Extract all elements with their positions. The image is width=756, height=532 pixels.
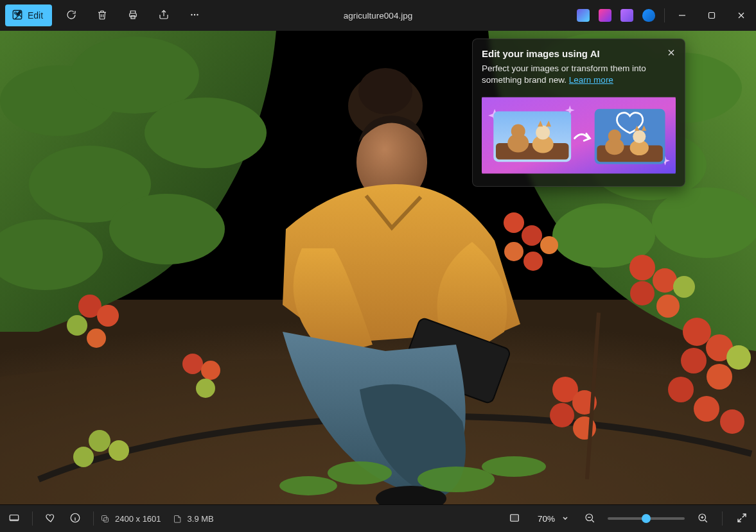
svg-point-40 [673, 276, 695, 298]
svg-point-23 [67, 315, 87, 336]
svg-point-63 [279, 476, 337, 495]
zoom-out-button[interactable] [578, 507, 601, 530]
ai-edit-promo-flyout: Edit your images using AI Perfect your i… [472, 39, 685, 187]
svg-point-30 [73, 447, 94, 467]
clipchamp-app-icon[interactable] [599, 9, 611, 22]
filesize-value: 3.9 MB [188, 514, 214, 524]
fullscreen-icon [736, 512, 748, 526]
close-icon [667, 49, 676, 59]
print-icon [127, 9, 139, 22]
zoom-in-button[interactable] [691, 507, 714, 530]
svg-point-25 [182, 354, 203, 374]
svg-point-60 [328, 461, 392, 485]
rotate-button[interactable] [60, 4, 83, 27]
more-menu-button[interactable] [183, 4, 206, 27]
svg-point-36 [629, 255, 655, 280]
svg-rect-3 [131, 15, 135, 19]
filmstrip-toggle-button[interactable] [3, 507, 26, 530]
onedrive-app-icon[interactable] [642, 9, 655, 22]
svg-point-80 [633, 130, 646, 143]
zoom-out-icon [584, 512, 595, 526]
svg-point-27 [196, 379, 215, 398]
dimensions-readout: 2400 x 1601 [100, 514, 161, 524]
delete-button[interactable] [91, 4, 114, 27]
titlebar-right [577, 0, 756, 31]
svg-point-1 [15, 12, 17, 13]
dimensions-value: 2400 x 1601 [115, 514, 161, 524]
svg-point-45 [726, 345, 751, 370]
svg-point-62 [482, 456, 546, 477]
image-viewport[interactable]: Edit your images using AI Perfect your i… [0, 31, 756, 504]
svg-point-72 [511, 124, 525, 139]
zoom-in-icon [697, 512, 708, 526]
app-launcher-strip [577, 9, 660, 22]
svg-rect-84 [104, 517, 109, 522]
svg-point-11 [145, 98, 267, 168]
divider [664, 8, 665, 22]
info-icon [69, 512, 81, 526]
photos-app-icon[interactable] [577, 9, 590, 22]
svg-point-41 [683, 318, 711, 346]
svg-rect-2 [130, 13, 137, 16]
filmstrip-icon [8, 512, 20, 526]
flyout-body: Perfect your images or transform them in… [473, 63, 685, 94]
svg-point-31 [504, 212, 524, 233]
svg-point-19 [652, 187, 756, 258]
svg-point-47 [694, 396, 719, 422]
flyout-learn-more-link[interactable]: Learn more [569, 75, 613, 85]
status-bar: 2400 x 1601 3.9 MB [0, 504, 756, 532]
svg-point-34 [523, 252, 543, 271]
zoom-slider[interactable] [608, 517, 685, 520]
chevron-down-icon [561, 514, 569, 524]
divider [722, 511, 723, 526]
window-maximize-button[interactable] [697, 0, 726, 31]
heart-icon [45, 512, 57, 526]
divider [32, 511, 33, 526]
flyout-body-text: Perfect your images or transform them in… [482, 64, 646, 85]
svg-point-35 [540, 236, 558, 254]
svg-point-46 [668, 377, 694, 402]
edit-button[interactable]: Edit [5, 4, 52, 26]
status-right: 70% [503, 507, 756, 530]
svg-rect-7 [709, 13, 715, 19]
ellipsis-icon [189, 9, 200, 22]
share-icon [158, 9, 170, 22]
window-close-button[interactable] [726, 0, 756, 31]
titlebar: Edit [0, 0, 756, 31]
svg-point-22 [97, 305, 119, 327]
rotate-icon [66, 9, 77, 22]
print-button[interactable] [121, 4, 145, 27]
zoom-level-value: 70% [538, 514, 555, 524]
edit-button-label: Edit [28, 10, 43, 21]
file-info-button[interactable] [64, 507, 87, 530]
svg-point-29 [109, 440, 129, 461]
status-left: 2400 x 1601 3.9 MB [0, 507, 214, 530]
svg-point-43 [681, 348, 707, 373]
flyout-preview-image [482, 94, 676, 177]
flyout-close-button[interactable] [665, 47, 677, 60]
favorite-button[interactable] [39, 507, 62, 530]
file-metadata: 2400 x 1601 3.9 MB [100, 514, 214, 524]
zoom-level-dropdown[interactable]: 70% [529, 509, 576, 528]
photos-app-window: Edit [0, 0, 756, 532]
fullscreen-button[interactable] [730, 507, 753, 530]
svg-point-6 [197, 13, 198, 15]
share-button[interactable] [152, 4, 175, 27]
svg-point-78 [608, 130, 621, 142]
window-minimize-button[interactable] [667, 0, 697, 31]
svg-point-74 [536, 126, 550, 140]
svg-point-39 [656, 295, 680, 318]
fit-to-window-button[interactable] [503, 507, 526, 530]
svg-point-5 [194, 13, 195, 15]
zoom-slider-thumb[interactable] [642, 514, 651, 523]
flyout-title: Edit your images using AI [482, 48, 600, 60]
svg-rect-70 [496, 143, 568, 160]
fit-window-icon [509, 512, 520, 526]
svg-point-61 [418, 467, 495, 492]
designer-app-icon[interactable] [620, 9, 633, 22]
svg-point-37 [653, 268, 677, 293]
edit-image-icon [12, 9, 23, 22]
trash-icon [96, 9, 108, 22]
svg-point-44 [707, 364, 732, 390]
divider [93, 511, 94, 526]
